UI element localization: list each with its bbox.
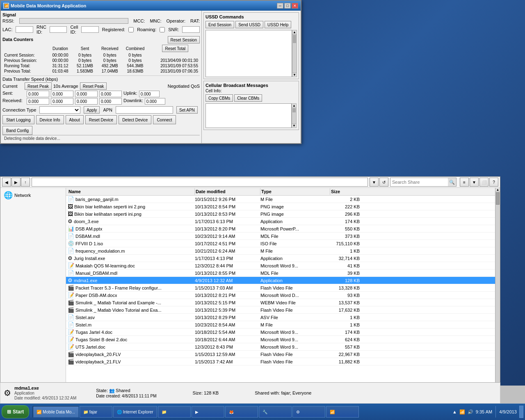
file-row[interactable]: 📄 baris_genap_ganjil.m 10/15/2012 9:26 P… — [66, 196, 495, 203]
cbs-scroll-down[interactable]: ▼ — [292, 123, 296, 128]
file-row[interactable]: 📄 frequency_modulation.m 10/21/2012 6:24… — [66, 247, 495, 255]
about-button[interactable]: About — [66, 115, 84, 124]
taskbar-item-8[interactable]: 📶 — [326, 406, 359, 418]
recv-current[interactable] — [27, 98, 49, 105]
file-row[interactable]: ⚙ doom_3.exe 1/17/2013 6:13 PM Applicati… — [66, 218, 495, 225]
file-row[interactable]: 🎬 videoplayback_21.FLV 1/15/2013 7:42 AM… — [66, 358, 495, 365]
sent-neg[interactable] — [99, 91, 122, 97]
reset-session-button[interactable]: Reset Session — [168, 36, 200, 43]
recv-peak[interactable] — [75, 98, 98, 105]
start-button[interactable]: ⊞ Start — [2, 405, 29, 418]
file-row[interactable]: 💿 FFVIII D 1.iso 10/17/2012 4:51 PM ISO … — [66, 240, 495, 247]
back-button[interactable]: ◀ — [2, 178, 11, 187]
file-row[interactable]: 📄 Manual_DSBAM.mdl 10/13/2012 8:55 PM MD… — [66, 269, 495, 277]
taskbar-item-5[interactable]: 🦊 — [225, 406, 258, 418]
taskbar-item-1[interactable]: 📁 fajar — [80, 406, 112, 418]
address-bar[interactable] — [32, 178, 368, 187]
file-row[interactable]: 🖼 Bikin biar kelihatan seperti ini 2.png… — [66, 203, 495, 210]
device-info-button[interactable]: Device Info — [36, 115, 64, 124]
recv-avg[interactable] — [51, 98, 73, 105]
taskbar-item-7[interactable]: ⚙ — [292, 406, 325, 418]
detect-device-button[interactable]: Detect Device — [119, 115, 151, 124]
header-name[interactable]: Name — [68, 188, 195, 195]
send-ussd-button[interactable]: Send USSD — [235, 21, 263, 28]
refresh-button[interactable]: ↺ — [379, 178, 388, 187]
forward-button[interactable]: ▶ — [11, 178, 21, 187]
apply-button[interactable]: Apply — [84, 106, 100, 114]
explorer-scrollbar[interactable]: ▲ ▼ — [495, 188, 500, 403]
header-size[interactable]: Size — [330, 188, 363, 195]
set-apn-button[interactable]: Set APN — [176, 106, 198, 114]
sidebar-item-network[interactable]: 🌐 Network — [2, 189, 64, 201]
up-button[interactable]: ↑ — [21, 178, 30, 187]
ussd-textarea[interactable] — [205, 30, 292, 77]
band-config-button[interactable]: Band Config — [2, 126, 32, 135]
file-row[interactable]: 📝 UTS Jartel.doc 12/3/2012 8:43 PM Micro… — [66, 343, 495, 351]
sent-current[interactable] — [27, 91, 49, 97]
downlink-val[interactable] — [145, 98, 165, 105]
conn-type-select[interactable] — [39, 106, 80, 114]
reset-peak1-button[interactable]: Reset Peak — [25, 82, 52, 90]
reset-total-button[interactable]: Reset Total — [162, 45, 188, 52]
rnc-input[interactable] — [50, 26, 67, 33]
preview-pane-button[interactable]: ⬜ — [479, 178, 488, 187]
file-row[interactable]: 🎬 videoplayback_20.FLV 1/15/2013 12:59 A… — [66, 351, 495, 358]
end-session-button[interactable]: End Session — [205, 21, 234, 28]
help-button[interactable]: ? — [489, 178, 498, 187]
file-row[interactable]: 🎬 Simulink _ Matlab Tutorial and Example… — [66, 299, 495, 306]
lac-input[interactable] — [16, 26, 33, 33]
reset-device-button[interactable]: Reset Device — [85, 115, 117, 124]
roaming-checkbox[interactable] — [160, 27, 165, 32]
minimize-button[interactable]: ─ — [277, 3, 283, 9]
connect-button[interactable]: Connect — [153, 115, 176, 124]
tray-arrow[interactable]: ▲ — [452, 409, 457, 414]
cbs-scroll-up[interactable]: ▲ — [292, 104, 296, 108]
file-row[interactable]: 📄 Sistel.asv 10/13/2012 8:29 PM ASV File… — [66, 314, 495, 321]
snr-input[interactable] — [182, 26, 200, 33]
file-row[interactable]: 📄 DSBAM.mdl 10/23/2012 9:14 AM MDL File … — [66, 233, 495, 240]
copy-cbms-button[interactable]: Copy CBMs — [205, 94, 233, 102]
search-button[interactable]: 🔍 — [448, 178, 456, 186]
cbs-textarea[interactable] — [205, 103, 292, 128]
view-details-button[interactable]: ≡ — [460, 178, 469, 187]
file-row[interactable]: 🎬 Packet Tracer 5.3 - Frame Relay config… — [66, 284, 495, 292]
file-row[interactable]: ⚙ Jurig Install.exe 1/17/2013 4:13 PM Ap… — [66, 255, 495, 262]
taskbar-item-6[interactable]: 🔧 — [259, 406, 292, 418]
file-row[interactable]: 📝 Makalah QOS M-learning.doc 12/3/2012 8… — [66, 262, 495, 269]
taskbar-item-4[interactable]: ▶ — [192, 406, 224, 418]
taskbar-item-0[interactable]: 📶 Mobile Data Mo... — [33, 406, 78, 418]
uplink-val[interactable] — [139, 91, 160, 97]
file-row[interactable]: 📊 DSB AM.pptx 10/13/2012 8:20 PM Microso… — [66, 225, 495, 233]
header-date[interactable]: Date modified — [195, 188, 260, 195]
reset-peak2-button[interactable]: Reset Peak — [80, 82, 107, 90]
show-desktop-button[interactable] — [519, 406, 523, 418]
ussd-scroll-down[interactable]: ▼ — [292, 73, 297, 77]
sent-avg[interactable] — [51, 91, 73, 97]
file-row[interactable]: 🎬 Simulink _ Matlab Video Tutorial and E… — [66, 306, 495, 314]
sent-peak[interactable] — [75, 91, 98, 97]
clear-cbms-button[interactable]: Clear CBMs — [234, 94, 262, 102]
dropdown-button[interactable]: ▼ — [370, 178, 379, 187]
scroll-up-button[interactable]: ▲ — [495, 188, 500, 192]
taskbar-item-2[interactable]: 🌐 Internet Explorer — [113, 406, 157, 418]
maximize-button[interactable]: □ — [284, 3, 291, 9]
file-row[interactable]: 📝 Tugas Sistel B dewi 2.doc 10/18/2012 6… — [66, 336, 495, 343]
start-logging-button[interactable]: Start Logging — [2, 115, 34, 124]
header-type[interactable]: Type — [260, 188, 330, 195]
ussd-help-button[interactable]: USSD Help — [265, 21, 291, 28]
file-row[interactable]: 📄 Sistel.m 10/23/2012 8:54 AM M File 1 K… — [66, 321, 495, 329]
volume-icon[interactable]: 🔊 — [468, 409, 473, 415]
file-list-scroll[interactable]: 📄 baris_genap_ganjil.m 10/15/2012 9:26 P… — [66, 196, 495, 403]
file-row[interactable]: 📝 Paper DSB-AM.docx 10/13/2012 8:21 PM M… — [66, 292, 495, 299]
view-toggle-button[interactable]: ▼ — [470, 178, 479, 187]
recv-neg[interactable] — [99, 98, 122, 105]
registered-checkbox[interactable] — [128, 27, 134, 32]
search-input[interactable] — [390, 178, 448, 186]
file-row[interactable]: 🖼 Bikin biar kelihatan seperti ini.png 1… — [66, 210, 495, 218]
ussd-scroll-up[interactable]: ▲ — [292, 30, 297, 34]
taskbar-item-3[interactable]: 📁 — [158, 406, 191, 418]
apn-input[interactable] — [116, 106, 173, 114]
file-row[interactable]: ⚙ mdma1.exe 4/9/2013 12:32 AM Applicatio… — [66, 277, 495, 284]
close-button[interactable]: ✕ — [292, 3, 298, 9]
cell-input[interactable] — [81, 26, 99, 33]
